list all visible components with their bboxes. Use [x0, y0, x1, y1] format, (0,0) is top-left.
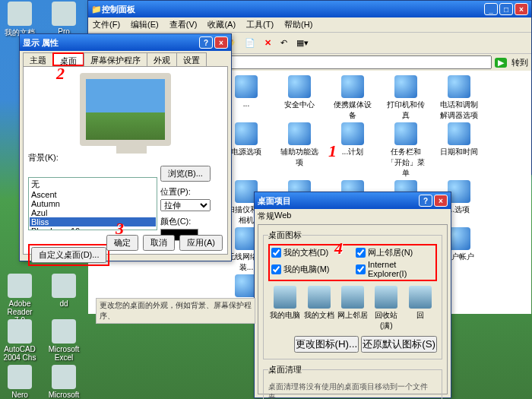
- cp-item[interactable]: 任务栏和「开始」菜单: [385, 122, 427, 179]
- tab-web[interactable]: Web: [274, 211, 291, 224]
- tab-appearance[interactable]: 外观: [147, 52, 177, 66]
- menu-tools[interactable]: 工具(T): [246, 19, 274, 30]
- delete-icon[interactable]: ✕: [261, 36, 274, 49]
- icon-preview[interactable]: 回: [405, 286, 435, 331]
- annotation-2: 2: [56, 64, 65, 84]
- cp-item[interactable]: 日期和时间: [438, 122, 480, 179]
- position-select[interactable]: 拉伸: [160, 199, 211, 211]
- chk-mycomputer[interactable]: 我的电脑(M): [271, 260, 350, 278]
- position-label: 位置(P):: [160, 186, 211, 198]
- tab-settings[interactable]: 设置: [176, 52, 207, 66]
- cp-item[interactable]: 辅助功能选项: [278, 122, 321, 179]
- menu-fav[interactable]: 收藏(A): [207, 19, 236, 30]
- icon-preview[interactable]: 回收站(满): [371, 286, 401, 331]
- minimize-button[interactable]: _: [484, 3, 498, 15]
- icon-preview[interactable]: 我的文档: [304, 286, 334, 331]
- views-icon[interactable]: ▦▾: [293, 36, 312, 49]
- annotation-4: 4: [334, 239, 343, 258]
- color-label: 颜色(C):: [160, 216, 211, 227]
- close-button[interactable]: ×: [214, 36, 228, 49]
- restore-icon-button[interactable]: 还原默认图标(S): [361, 336, 437, 353]
- tab-theme[interactable]: 主题: [23, 52, 53, 66]
- desktop-items-dialog: 桌面项目 ? × 常规 Web 桌面图标 我的文档(D) 网上邻居(N) 我的电…: [254, 192, 451, 398]
- cleanup-hint: 桌面清理将没有使用的桌面项目移动到一个文件夹。: [268, 382, 437, 399]
- desk-icon[interactable]: Nero StartSmart: [2, 391, 38, 399]
- menu-view[interactable]: 查看(V): [169, 19, 198, 30]
- icon-preview[interactable]: 我的电脑: [270, 286, 300, 331]
- chk-network[interactable]: 网上邻居(N): [356, 247, 434, 258]
- desk-icon[interactable]: AutoCAD 2004 Chs: [4, 345, 36, 362]
- annotation-3: 3: [116, 219, 124, 239]
- tab-screensaver[interactable]: 屏幕保护程序: [84, 52, 147, 66]
- chk-ie[interactable]: Internet Explorer(I): [356, 260, 434, 278]
- close-button[interactable]: ×: [434, 195, 448, 207]
- maximize-button[interactable]: □: [499, 3, 513, 15]
- di-title: 桌面项目: [258, 195, 417, 207]
- dp-title: 显示 属性: [23, 37, 198, 49]
- cp-item[interactable]: 安全中心: [278, 75, 321, 121]
- change-icon-button[interactable]: 更改图标(H)...: [294, 336, 359, 353]
- icon-preview-row: 我的电脑 我的文档 网上邻居 回收站(满) 回: [268, 286, 437, 331]
- undo-icon[interactable]: ↶: [277, 36, 290, 49]
- cancel-button[interactable]: 取消: [143, 235, 175, 251]
- browse-button[interactable]: 浏览(B)...: [160, 166, 211, 182]
- menu-file[interactable]: 文件(F): [93, 19, 120, 30]
- customize-desktop-button[interactable]: 自定义桌面(D)...: [31, 247, 106, 263]
- menu-help[interactable]: 帮助(H): [284, 19, 312, 30]
- go-button[interactable]: ▶: [495, 58, 507, 68]
- cp-item[interactable]: ...计划: [331, 122, 374, 179]
- status-bar: 更改您的桌面的外观，例如背景、屏幕保护程序、: [96, 298, 255, 324]
- background-list[interactable]: 无 Ascent Autumn Azul Bliss Blue Lace 16: [28, 177, 157, 230]
- desktop-icons-legend: 桌面图标: [268, 230, 302, 241]
- display-properties-dialog: 显示 属性 ? × 主题 桌面 屏幕保护程序 外观 设置 背景(K): 无 As…: [19, 33, 232, 261]
- desk-icon[interactable]: Microsoft Excel: [49, 345, 80, 362]
- monitor-preview: [80, 73, 171, 146]
- help-button[interactable]: ?: [419, 195, 432, 207]
- apply-button[interactable]: 应用(A): [179, 235, 223, 251]
- annotation-1: 1: [328, 141, 337, 161]
- cp-item[interactable]: 电话和调制解调器选项: [438, 75, 480, 121]
- desk-icon[interactable]: Microsoft Word: [49, 391, 80, 399]
- desk-icon[interactable]: dd: [59, 299, 68, 308]
- background-label: 背景(K):: [28, 152, 223, 163]
- tab-general[interactable]: 常规: [258, 211, 274, 224]
- menu-edit[interactable]: 编辑(E): [131, 19, 159, 30]
- icon-preview[interactable]: 网上邻居: [337, 286, 368, 331]
- cp-item[interactable]: 便携媒体设备: [331, 75, 374, 121]
- icon-checkboxes: 我的文档(D) 网上邻居(N) 我的电脑(M) Internet Explore…: [268, 244, 437, 281]
- cp-title: 控制面板: [102, 4, 483, 15]
- cp-item[interactable]: 打印机和传真: [385, 75, 427, 121]
- copy-icon[interactable]: 📄: [242, 36, 258, 49]
- folder-icon: 📁: [91, 5, 102, 14]
- cleanup-legend: 桌面清理: [268, 364, 302, 375]
- menubar: 文件(F) 编辑(E) 查看(V) 收藏(A) 工具(T) 帮助(H): [88, 17, 531, 33]
- help-button[interactable]: ?: [199, 36, 213, 49]
- close-button[interactable]: ×: [515, 3, 528, 15]
